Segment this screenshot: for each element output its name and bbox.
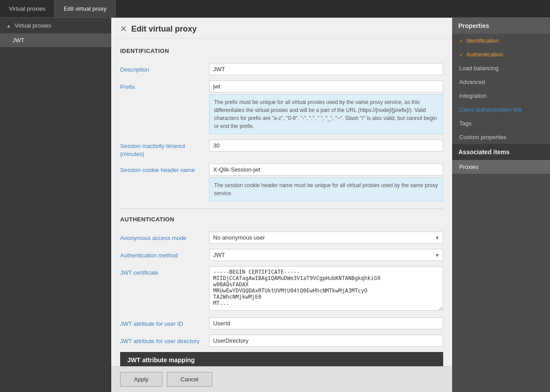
prefix-field: The prefix must be unique for all virtua… — [209, 80, 443, 134]
jwt-user-id-input[interactable] — [209, 317, 443, 329]
bottom-bar: Apply Cancel — [111, 366, 452, 392]
tab-virtual-proxies[interactable]: Virtual proxies — [0, 0, 55, 17]
sidebar: ▲ Virtual proxies JWT — [0, 18, 111, 392]
apply-button[interactable]: Apply — [120, 372, 162, 387]
session-cookie-group: Session cookie header name The session c… — [120, 164, 443, 201]
main-layout: ▲ Virtual proxies JWT ✕ Edit virtual pro… — [0, 18, 550, 392]
chevron-up-icon: ▲ — [6, 23, 11, 28]
props-item-proxies[interactable]: Proxies — [452, 160, 550, 174]
content-area: ✕ Edit virtual proxy IDENTIFICATION Desc… — [111, 18, 452, 392]
jwt-mapping-title: JWT attribute mapping — [127, 356, 195, 364]
prefix-input[interactable] — [209, 80, 443, 92]
jwt-user-dir-input[interactable] — [209, 335, 443, 347]
description-group: Description — [120, 63, 443, 75]
session-timeout-input[interactable] — [209, 140, 443, 152]
props-item-custom-properties[interactable]: Custom properties — [452, 130, 550, 144]
properties-panel: Properties ✓ Identification ✓ Authentica… — [452, 18, 550, 392]
prefix-hint: The prefix must be unique for all virtua… — [209, 94, 443, 134]
description-label: Description — [120, 63, 209, 74]
anonymous-access-field: No anonymous user Allow anonymous user A… — [209, 232, 443, 244]
session-timeout-label: Session inactivity timeout (minutes) — [120, 140, 209, 158]
props-item-advanced[interactable]: Advanced — [452, 75, 550, 89]
anonymous-access-select[interactable]: No anonymous user Allow anonymous user A… — [209, 232, 443, 244]
jwt-user-id-field — [209, 317, 443, 329]
session-timeout-field — [209, 140, 443, 152]
props-item-authentication[interactable]: ✓ Authentication — [452, 48, 550, 61]
tab-edit-virtual-proxy[interactable]: Edit virtual proxy — [55, 0, 116, 17]
session-cookie-input[interactable] — [209, 164, 443, 176]
session-cookie-label: Session cookie header name — [120, 164, 209, 174]
session-cookie-hint: The session cookie header name must be u… — [209, 177, 443, 201]
tab-bar: Virtual proxies Edit virtual proxy — [0, 0, 550, 18]
sidebar-section-header[interactable]: ▲ Virtual proxies — [0, 18, 111, 33]
jwt-user-dir-group: JWT attribute for user directory — [120, 335, 443, 347]
props-item-client-auth-link[interactable]: Client authentication link — [452, 103, 550, 116]
auth-method-group: Authentication method JWT Ticket Header … — [120, 249, 443, 261]
jwt-cert-field: -----BEGIN CERTIFICATE----- MIIDjCCAfagA… — [209, 266, 443, 312]
prefix-label: Prefix — [120, 80, 209, 91]
jwt-user-dir-label: JWT attribute for user directory — [120, 335, 209, 345]
page-title: Edit virtual proxy — [131, 24, 197, 34]
jwt-user-id-group: JWT attribute for user ID — [120, 317, 443, 329]
associated-items-header: Associated items — [452, 144, 550, 160]
auth-method-field: JWT Ticket Header SAML OIDC ▼ — [209, 249, 443, 261]
auth-method-select[interactable]: JWT Ticket Header SAML OIDC — [209, 249, 443, 261]
jwt-cert-label: JWT certificate — [120, 266, 209, 277]
check-icon-identification: ✓ — [459, 38, 464, 44]
jwt-cert-group: JWT certificate -----BEGIN CERTIFICATE--… — [120, 266, 443, 312]
description-field — [209, 63, 443, 75]
props-item-tags[interactable]: Tags — [452, 116, 550, 130]
page-header: ✕ Edit virtual proxy — [111, 18, 452, 39]
auth-method-label: Authentication method — [120, 249, 209, 260]
description-input[interactable] — [209, 63, 443, 75]
anonymous-access-group: Anonymous access mode No anonymous user … — [120, 232, 443, 244]
check-icon-authentication: ✓ — [459, 52, 464, 58]
session-timeout-group: Session inactivity timeout (minutes) — [120, 140, 443, 158]
jwt-cert-textarea[interactable]: -----BEGIN CERTIFICATE----- MIIDjCCAfagA… — [209, 266, 443, 311]
sidebar-item-jwt[interactable]: JWT — [0, 33, 111, 47]
edit-icon: ✕ — [120, 24, 127, 34]
anonymous-access-select-wrapper: No anonymous user Allow anonymous user A… — [209, 232, 443, 244]
identification-section-title: IDENTIFICATION — [120, 48, 443, 57]
cancel-button[interactable]: Cancel — [167, 372, 212, 387]
props-item-load-balancing[interactable]: Load balancing — [452, 61, 550, 75]
anonymous-access-label: Anonymous access mode — [120, 232, 209, 242]
properties-header: Properties — [452, 18, 550, 34]
auth-method-select-wrapper: JWT Ticket Header SAML OIDC ▼ — [209, 249, 443, 261]
section-divider — [120, 208, 443, 209]
props-item-integration[interactable]: Integration — [452, 89, 550, 103]
props-item-identification[interactable]: ✓ Identification — [452, 34, 550, 48]
jwt-user-dir-field — [209, 335, 443, 347]
jwt-user-id-label: JWT attribute for user ID — [120, 317, 209, 328]
jwt-mapping-box: JWT attribute mapping — [120, 352, 443, 366]
authentication-section-title: AUTHENTICATION — [120, 216, 443, 225]
session-cookie-field: The session cookie header name must be u… — [209, 164, 443, 201]
form-scroll: IDENTIFICATION Description Prefix The pr… — [111, 39, 452, 366]
prefix-group: Prefix The prefix must be unique for all… — [120, 80, 443, 134]
